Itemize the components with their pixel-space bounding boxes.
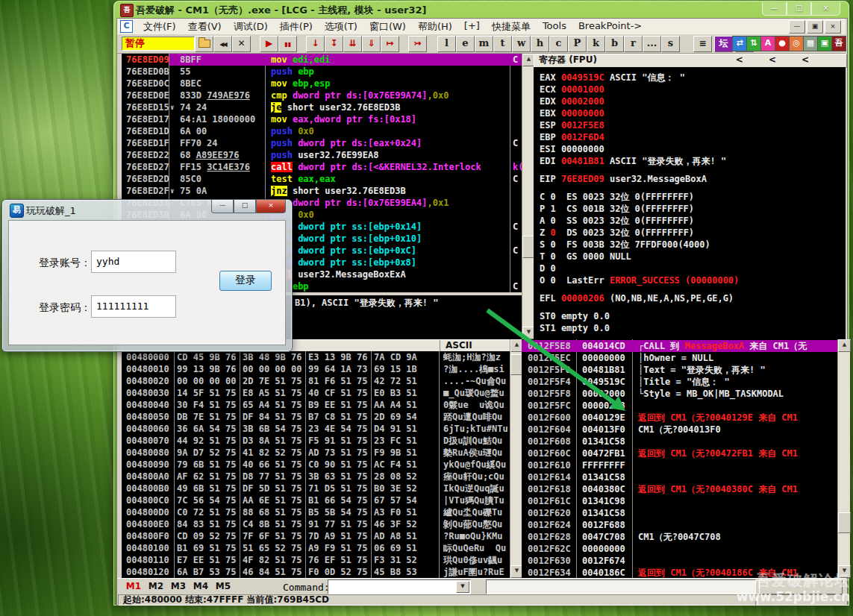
register-line[interactable]: C 0 ES 0023 32位 0(FFFFFFFF) [540, 191, 694, 203]
disasm-row[interactable]: 76E8ED0C8BECmov ebp,esp [122, 78, 522, 89]
stack-row[interactable]: 0012F5F40049519C│Title = "信息： " [522, 376, 837, 388]
plugin-updown-icon[interactable]: ⇅ [746, 36, 761, 51]
menu-item[interactable]: Tools [537, 19, 572, 35]
password-input[interactable]: 111111111 [91, 295, 176, 318]
secondary-field[interactable] [486, 579, 756, 594]
log-button[interactable]: ≡ [693, 36, 712, 52]
register-line[interactable]: EDX 00002000 [540, 95, 604, 107]
pane-button-c[interactable]: c [549, 36, 568, 52]
stack-row[interactable]: 0012F604004013F0CM1（无?004013F0 [522, 424, 837, 436]
registers-pane[interactable]: EAX 0049519C ASCII "信息： "ECX 00001000EDX… [534, 67, 846, 339]
menu-item[interactable]: 调试(D) [228, 19, 274, 35]
stack-row[interactable]: 0012F5E8004014CD┌CALL 到 MessageBoxA 来自 C… [522, 340, 837, 352]
pane-button-k[interactable]: k [587, 36, 605, 52]
dump-row[interactable]: 004801206A B7 53 7546 84 51 75F0 0D 52 7… [122, 566, 510, 578]
disasm-row[interactable]: 76E8ED15∨74 24je short user32.76E8ED3B [122, 101, 522, 113]
dump-row[interactable]: 0048006036 6A 54 753B 6B 54 7523 4E 54 7… [122, 423, 510, 435]
memory-button-M1[interactable]: M1 [125, 581, 143, 592]
register-line[interactable]: ST0 empty 0.0 [540, 310, 610, 322]
memory-button-M3[interactable]: M3 [169, 581, 187, 592]
close-button[interactable]: ✕ [232, 36, 251, 52]
dump-row[interactable]: 004800E084 83 51 75C4 8B 51 7591 77 51 7… [122, 518, 510, 530]
disasm-row[interactable]: 76E8ED098BFFmov edi,ediC [122, 54, 522, 66]
execute-till-return-button[interactable]: ↦ [381, 36, 399, 52]
register-line[interactable]: EAX 0049519C ASCII "信息： " [540, 72, 685, 84]
register-line[interactable]: EBX 00000000 [540, 107, 604, 119]
dump-row[interactable]: 0048001099 13 9B 7600 00 00 0099 64 1A 7… [122, 363, 510, 375]
disasm-row[interactable]: 76E8ED2F∨75 0Ajnz short user32.76E8ED3B [122, 185, 522, 197]
pane-button-w[interactable]: w [512, 36, 531, 52]
mdi-restore-button[interactable]: ▣ [807, 20, 823, 34]
dump-row[interactable]: 00480100B1 69 51 7551 65 52 75A9 F9 51 7… [122, 542, 510, 554]
register-line[interactable]: P 1 CS 001B 32位 0(FFFFFFFF) [540, 203, 694, 215]
register-line[interactable]: EDI 00481B81 ASCII "登录失败，再来! " [540, 155, 726, 167]
menu-item[interactable]: 帮助(H) [412, 19, 458, 35]
stack-row[interactable]: 0012F61C01341C98 [522, 495, 837, 507]
stack-row[interactable]: 0012F60801341C58 [522, 436, 837, 447]
register-line[interactable]: ESI 00000000 [540, 143, 604, 155]
plugin-swap-icon[interactable]: ⇄ [732, 36, 747, 51]
register-line[interactable]: EFL 00000206 (NO,NB,NE,A,NS,PE,GE,G) [540, 292, 734, 304]
stack-row[interactable]: 0012F6240012F688 [522, 519, 837, 531]
stack-row[interactable]: 0012F5EC00000000│hOwner = NULL [522, 352, 837, 364]
stack-row[interactable]: 0012F6000040129E返回到 CM1（无?0040129E 来自 CM… [522, 412, 837, 424]
register-line[interactable]: A 0 SS 0023 32位 0(FFFFFFFF) [540, 215, 694, 227]
mdi-minimize-button[interactable]: — [789, 20, 805, 34]
plugin-grid-icon[interactable]: ▦ [803, 36, 818, 51]
memory-button-M5[interactable]: M5 [214, 581, 232, 592]
menu-item[interactable]: 插件(P) [274, 19, 319, 35]
restart-button[interactable]: ◀◀ [213, 36, 232, 52]
stack-row[interactable]: 0012F5F800002000└Style = MB_OK|MB_TASKMO… [522, 388, 837, 400]
dump-row[interactable]: 00480000CD 45 9B 763B 48 9B 76E3 13 9B 7… [122, 351, 510, 363]
forum-button[interactable]: 坛 [714, 36, 733, 52]
dump-row[interactable]: 004800C07C 56 54 75AA 6E 51 75B1 66 54 7… [122, 494, 510, 506]
open-folder-button[interactable] [195, 36, 213, 52]
register-line[interactable]: EIP 76E8ED09 user32.MessageBoxA [540, 173, 707, 185]
step-over-button[interactable]: ↧ [325, 36, 343, 52]
register-line[interactable]: ECX 00001000 [540, 84, 604, 95]
stack-pane[interactable]: 0012F5E8004014CD┌CALL 到 MessageBoxA 来自 C… [522, 339, 837, 578]
dialog-maximize-button[interactable]: □ [234, 200, 256, 213]
step-into-button[interactable]: ↓ [306, 36, 325, 52]
run-to-cursor-button[interactable]: ↣ [408, 36, 427, 52]
pane-button-s[interactable]: s [661, 36, 680, 52]
stack-row[interactable]: 0012F62001341C58 [522, 507, 837, 519]
dump-row[interactable]: 0048004030 F4 51 7565 A4 51 75B9 EE 51 7… [122, 399, 510, 411]
register-line[interactable]: D 0 [540, 263, 556, 274]
disasm-row[interactable]: 76E8ED0B55push ebp [122, 66, 522, 78]
maximize-button[interactable]: □ [787, 2, 811, 16]
stack-row[interactable]: 0012F62C00000000 [522, 543, 837, 555]
pane-button-m[interactable]: m [475, 36, 493, 52]
run-button[interactable]: ▶ [260, 36, 278, 52]
login-button[interactable]: 登录 [219, 271, 272, 291]
plugin-record-icon[interactable]: ● [775, 36, 790, 51]
plugin-target-icon[interactable]: ◎ [789, 36, 804, 51]
plugin-wu-icon[interactable]: 吾 [831, 36, 846, 51]
dump-row[interactable]: 004800F0CD 09 52 757F 6F 51 757D A9 51 7… [122, 530, 510, 542]
dialog-close-button[interactable]: × [256, 200, 286, 213]
pane-button-r[interactable]: r [624, 36, 643, 52]
menu-item[interactable]: 选项(T) [319, 19, 363, 35]
register-line[interactable]: S 0 FS 003B 32位 7FFDF000(4000) [540, 239, 710, 251]
register-line[interactable]: ST1 empty 0.0 [540, 322, 610, 334]
minimize-button[interactable]: — [762, 2, 787, 16]
menu-item[interactable]: 文件(F) [137, 19, 182, 35]
disasm-row[interactable]: 76E8ED2D85C0test eax,eaxC [122, 173, 522, 185]
stack-row[interactable]: 0012F6280047C708CM1（无?0047C708 [522, 531, 837, 543]
dump-row[interactable]: 004800B049 6B 51 75DF 5D 51 7571 D5 51 7… [122, 483, 510, 494]
account-input[interactable]: yyhd [91, 251, 176, 273]
plugin-monitor-icon[interactable]: ▣ [817, 36, 832, 51]
registers-collapse-buttons[interactable]: <<< [736, 54, 834, 66]
dump-row[interactable]: 00480110E7 EE 51 754F 82 51 7576 EF 51 7… [122, 554, 510, 566]
pane-button-l[interactable]: l [437, 36, 456, 52]
dump-scrollbar[interactable]: ▲▼ [510, 339, 522, 578]
animate-into-button[interactable]: ⇊ [343, 36, 362, 52]
stack-row[interactable]: 0012F6180040380C返回到 CM1（无?0040380C 来自 CM… [522, 483, 837, 495]
pane-button-h[interactable]: h [531, 36, 549, 52]
stack-row[interactable]: 0012F5F000481B81│Text = "登录失败，再来! " [522, 364, 837, 376]
menu-item[interactable]: 快捷菜单 [486, 19, 537, 35]
disasm-row[interactable]: 76E8ED2268 A89EE976push user32.76E99EA8 [122, 149, 522, 161]
pane-button-t[interactable]: t [493, 36, 512, 52]
register-line[interactable]: T 0 GS 0000 NULL [540, 251, 631, 263]
disassembly-scrollbar[interactable]: ▲▼ [522, 54, 534, 339]
